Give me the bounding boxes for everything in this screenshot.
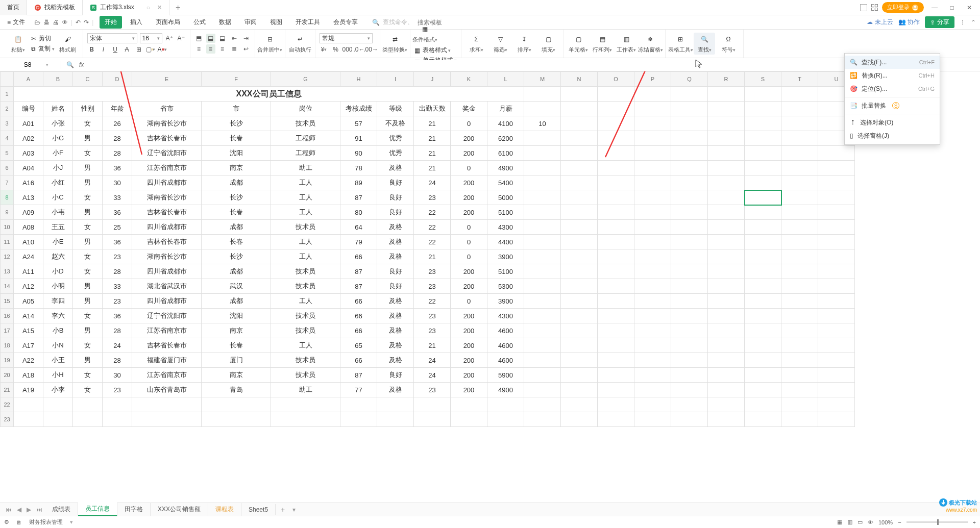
data-cell[interactable]: 22	[414, 205, 451, 220]
col-header-L[interactable]: L	[487, 72, 524, 87]
data-cell[interactable]: 女	[73, 309, 103, 323]
cell-U13[interactable]	[818, 264, 855, 279]
col-header-B[interactable]: B	[43, 72, 73, 87]
col-header-O[interactable]: O	[598, 72, 634, 87]
data-cell[interactable]: 77	[340, 383, 377, 397]
data-cell[interactable]: 21	[414, 338, 451, 353]
data-cell[interactable]: 男	[73, 205, 103, 220]
cell-R19[interactable]	[708, 353, 745, 368]
menu-data[interactable]: 数据	[214, 16, 236, 29]
cell-R3[interactable]	[708, 116, 745, 131]
cell-R21[interactable]	[708, 383, 745, 397]
cell[interactable]	[524, 87, 561, 102]
cell[interactable]	[598, 397, 634, 412]
cell-S17[interactable]	[745, 323, 781, 338]
cell-N14[interactable]	[561, 279, 598, 294]
data-cell[interactable]: 22	[414, 220, 451, 235]
italic-button[interactable]: I	[99, 45, 108, 54]
column-header[interactable]: 出勤天数	[414, 102, 451, 116]
data-cell[interactable]: 5300	[487, 279, 524, 294]
cell-M17[interactable]	[524, 323, 561, 338]
percent-icon[interactable]: %	[331, 45, 340, 54]
row-header-18[interactable]: 18	[1, 338, 14, 353]
cell-S20[interactable]	[745, 368, 781, 383]
data-cell[interactable]: 长春	[202, 131, 271, 146]
data-cell[interactable]: 小J	[43, 161, 73, 175]
sheet-nav-last[interactable]: ⏭	[34, 506, 45, 513]
cell-T14[interactable]	[781, 279, 818, 294]
data-cell[interactable]: 吉林省长春市	[132, 338, 202, 353]
cell[interactable]	[671, 87, 708, 102]
view-pagebreak-icon[interactable]: ▥	[847, 519, 852, 525]
data-cell[interactable]: 男	[73, 131, 103, 146]
sheet-nav-first[interactable]: ⏮	[3, 506, 14, 513]
data-cell[interactable]: 小F	[43, 146, 73, 161]
data-cell[interactable]: 6200	[487, 131, 524, 146]
view-normal-icon[interactable]: ▦	[837, 519, 842, 525]
row-header-23[interactable]: 23	[1, 412, 14, 427]
fx-search-icon[interactable]: 🔍	[66, 61, 74, 68]
cell-P21[interactable]	[634, 383, 671, 397]
data-cell[interactable]: 不及格	[377, 116, 414, 131]
data-cell[interactable]: 4600	[487, 353, 524, 368]
data-cell[interactable]: 28	[103, 353, 132, 368]
data-cell[interactable]: 技术员	[271, 353, 340, 368]
sheet-tab-2[interactable]: 田字格	[117, 503, 151, 516]
data-cell[interactable]: 工人	[271, 235, 340, 249]
cell-O14[interactable]	[598, 279, 634, 294]
cell-R6[interactable]	[708, 161, 745, 175]
cell-N17[interactable]	[561, 323, 598, 338]
data-cell[interactable]: 36	[103, 309, 132, 323]
column-header[interactable]: 年龄	[103, 102, 132, 116]
sum-button[interactable]: Σ求和	[465, 33, 487, 55]
data-cell[interactable]: 四川省成都市	[132, 264, 202, 279]
data-cell[interactable]: A05	[14, 294, 43, 309]
name-box-input[interactable]	[12, 61, 43, 69]
col-header-G[interactable]: G	[271, 72, 340, 87]
data-cell[interactable]: 男	[73, 175, 103, 190]
data-cell[interactable]: 小H	[43, 368, 73, 383]
cell[interactable]	[524, 102, 561, 116]
data-cell[interactable]: 江苏省南京市	[132, 323, 202, 338]
cell-N13[interactable]	[561, 264, 598, 279]
cell[interactable]	[271, 412, 340, 427]
cell-M8[interactable]	[524, 190, 561, 205]
row-header-8[interactable]: 8	[1, 190, 14, 205]
column-header[interactable]: 市	[202, 102, 271, 116]
row-header-22[interactable]: 22	[1, 397, 14, 412]
data-cell[interactable]: 79	[340, 235, 377, 249]
data-cell[interactable]: 技术员	[271, 368, 340, 383]
data-cell[interactable]: 男	[73, 235, 103, 249]
cell-T3[interactable]	[781, 116, 818, 131]
cell-M7[interactable]	[524, 175, 561, 190]
cell[interactable]	[598, 87, 634, 102]
cell-U8[interactable]	[818, 190, 855, 205]
indent-dec-icon[interactable]: ⇤	[230, 34, 239, 43]
data-cell[interactable]: 四川省成都市	[132, 220, 202, 235]
cell-U10[interactable]	[818, 220, 855, 235]
data-cell[interactable]: 工人	[271, 249, 340, 264]
cell-P6[interactable]	[634, 161, 671, 175]
data-cell[interactable]: 南京	[202, 161, 271, 175]
data-cell[interactable]: 江苏省南京市	[132, 161, 202, 175]
cell[interactable]	[708, 397, 745, 412]
data-cell[interactable]: 24	[414, 368, 451, 383]
cell-S18[interactable]	[745, 338, 781, 353]
file-menu[interactable]: ≡ 文件	[4, 17, 28, 28]
cell[interactable]	[708, 102, 745, 116]
row-header-19[interactable]: 19	[1, 353, 14, 368]
row-header-9[interactable]: 9	[1, 205, 14, 220]
col-header-D[interactable]: D	[103, 72, 132, 87]
data-cell[interactable]: 小李	[43, 383, 73, 397]
find-button[interactable]: 🔍查找	[694, 33, 715, 55]
cell-U6[interactable]	[818, 161, 855, 175]
data-cell[interactable]: 87	[340, 368, 377, 383]
data-cell[interactable]: 200	[451, 131, 487, 146]
row-header-5[interactable]: 5	[1, 146, 14, 161]
tab-home[interactable]: 首页	[0, 0, 27, 15]
data-cell[interactable]: A24	[14, 249, 43, 264]
col-header-J[interactable]: J	[414, 72, 451, 87]
cell-P10[interactable]	[634, 220, 671, 235]
data-cell[interactable]: 3900	[487, 294, 524, 309]
cell-N20[interactable]	[561, 368, 598, 383]
